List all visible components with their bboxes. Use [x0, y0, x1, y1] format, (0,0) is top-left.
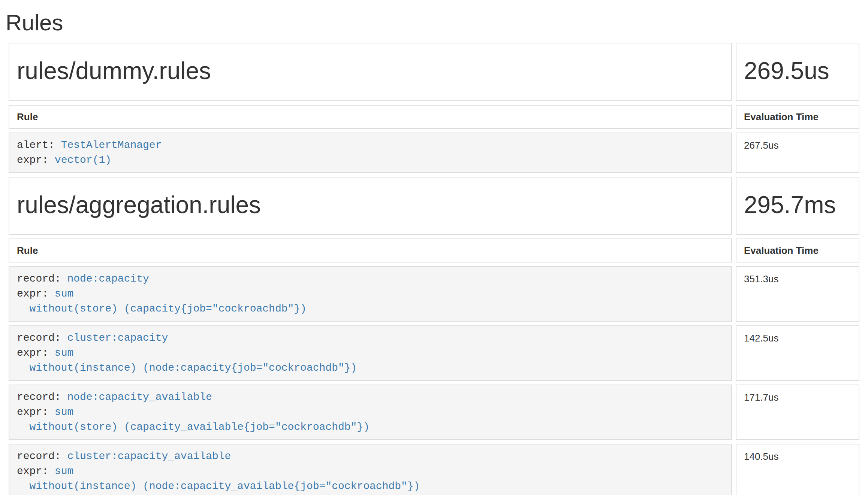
eval-time-column-header: Evaluation Time: [736, 105, 859, 129]
rule-row: record: cluster:capacity_available expr:…: [9, 444, 859, 495]
rule-definition: record: node:capacity_available expr: su…: [17, 390, 724, 435]
promql-expression-link[interactable]: TestAlertManager: [61, 139, 162, 151]
rule-definition: record: cluster:capacity_available expr:…: [17, 449, 724, 494]
promql-expression-link[interactable]: sum without(instance) (node:capacity{job…: [17, 347, 357, 374]
rule-eval-time: 171.7us: [736, 385, 859, 440]
eval-time-column-header: Evaluation Time: [736, 239, 859, 262]
column-header-row: RuleEvaluation Time: [9, 239, 859, 262]
promql-expression-link[interactable]: sum without(instance) (node:capacity_ava…: [17, 465, 420, 492]
rule-definition-cell: record: cluster:capacity_available expr:…: [9, 444, 732, 495]
rule-keyword: record:: [17, 391, 67, 403]
rule-eval-time: 140.5us: [736, 444, 859, 495]
rule-keyword: expr:: [17, 406, 55, 418]
page-title: Rules: [6, 10, 863, 35]
promql-expression-link[interactable]: node:capacity_available: [67, 391, 212, 403]
rule-keyword: expr:: [17, 347, 55, 359]
promql-expression-link[interactable]: sum without(store) (capacity{job="cockro…: [17, 288, 307, 315]
rule-definition: record: node:capacity expr: sum without(…: [17, 271, 724, 316]
rule-row: alert: TestAlertManager expr: vector(1)2…: [9, 133, 859, 173]
rules-table: rules/dummy.rules269.5usRuleEvaluation T…: [5, 39, 863, 495]
rule-definition-cell: record: node:capacity_available expr: su…: [9, 385, 732, 440]
promql-expression-link[interactable]: vector(1): [55, 154, 111, 166]
rule-eval-time: 351.3us: [736, 266, 859, 322]
rule-row: record: node:capacity expr: sum without(…: [9, 266, 859, 322]
rules-page: Rules rules/dummy.rules269.5usRuleEvalua…: [0, 0, 868, 495]
rule-definition-cell: record: node:capacity expr: sum without(…: [9, 266, 732, 322]
rule-group-header-row: rules/aggregation.rules295.7ms: [9, 177, 859, 235]
promql-expression-link[interactable]: cluster:capacity_available: [67, 450, 231, 462]
rule-group-file-cell: rules/dummy.rules: [9, 43, 732, 101]
rules-table-body: rules/dummy.rules269.5usRuleEvaluation T…: [9, 43, 859, 495]
rule-keyword: alert:: [17, 139, 61, 151]
rule-column-header: Rule: [9, 105, 732, 129]
rule-definition: alert: TestAlertManager expr: vector(1): [17, 138, 724, 168]
rule-keyword: expr:: [17, 288, 55, 300]
rule-keyword: record:: [17, 332, 67, 344]
rule-definition-cell: alert: TestAlertManager expr: vector(1): [9, 133, 732, 173]
rule-group-header-row: rules/dummy.rules269.5us: [9, 43, 859, 101]
rule-keyword: record:: [17, 273, 67, 285]
rule-group-file: rules/aggregation.rules: [17, 192, 724, 219]
rule-keyword: expr:: [17, 154, 55, 166]
rule-definition-cell: record: cluster:capacity expr: sum witho…: [9, 325, 732, 381]
rule-group-eval-time: 295.7ms: [744, 192, 851, 219]
rule-group-eval-time: 269.5us: [744, 58, 851, 85]
rule-eval-time: 142.5us: [736, 325, 859, 381]
rule-group-eval-time-cell: 295.7ms: [736, 177, 859, 235]
promql-expression-link[interactable]: cluster:capacity: [67, 332, 168, 344]
rule-definition: record: cluster:capacity expr: sum witho…: [17, 331, 724, 376]
column-header-row: RuleEvaluation Time: [9, 105, 859, 129]
rule-row: record: node:capacity_available expr: su…: [9, 385, 859, 440]
rule-keyword: expr:: [17, 465, 55, 477]
rule-group-eval-time-cell: 269.5us: [736, 43, 859, 101]
rule-keyword: record:: [17, 450, 67, 462]
rule-row: record: cluster:capacity expr: sum witho…: [9, 325, 859, 381]
promql-expression-link[interactable]: sum without(store) (capacity_available{j…: [17, 406, 370, 433]
rule-group-file-cell: rules/aggregation.rules: [9, 177, 732, 235]
rule-eval-time: 267.5us: [736, 133, 859, 173]
promql-expression-link[interactable]: node:capacity: [67, 273, 149, 285]
rule-group-file: rules/dummy.rules: [17, 58, 724, 85]
rule-column-header: Rule: [9, 239, 732, 262]
